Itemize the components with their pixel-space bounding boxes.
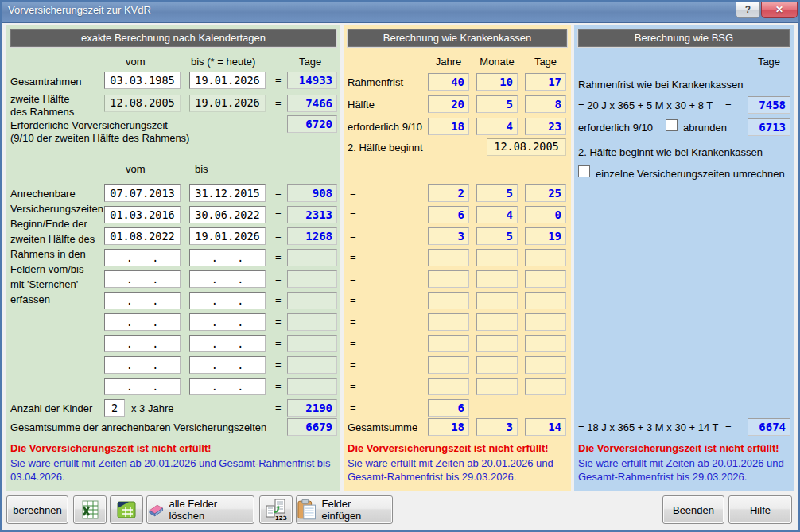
period-jahre [428, 378, 469, 395]
period-monate [476, 292, 518, 309]
period-vom-input[interactable] [104, 335, 181, 352]
period-vom-input[interactable] [104, 270, 181, 288]
period-bis-input[interactable] [189, 270, 266, 288]
status-not-fulfilled: Die Vorversicherungszeit ist nicht erfül… [348, 441, 549, 455]
kinder-tage-result: 2190 [287, 399, 337, 417]
period-tage-result [287, 356, 337, 374]
open-table-button[interactable] [110, 495, 143, 524]
period-bis-input[interactable] [189, 292, 266, 309]
insert-fields-button[interactable]: Felder einfügen [296, 495, 393, 524]
period-bis-input[interactable] [189, 356, 266, 374]
equals-sign: = [350, 230, 356, 242]
period-monate [476, 378, 518, 395]
col-header-tage: Tage [525, 56, 566, 68]
period-bis-input[interactable] [189, 206, 266, 223]
berechnen-button[interactable]: berechnen [6, 495, 68, 524]
erforderlich-monate: 4 [476, 118, 518, 135]
period-vom-input[interactable] [104, 378, 181, 395]
rahmenfrist-label: Rahmenfrist wie bei Krankenkassen [578, 79, 743, 91]
panel-header-krankenkassen: Berechnung wie Krankenkassen [347, 29, 568, 48]
col-header-bis: bis (* = heute) [191, 56, 255, 68]
renumber-1234-icon: 1234 [265, 499, 287, 521]
title-bar: Vorversicherungszeit zur KVdR [0, 0, 800, 23]
converted-period-row: = [344, 249, 571, 266]
hilfe-button[interactable]: Hilfe [728, 495, 792, 524]
kinder-count-input[interactable] [104, 399, 125, 417]
col2-header-bis: bis [195, 163, 208, 176]
abrunden-checkbox[interactable] [666, 119, 678, 131]
beenden-label: Beenden [673, 504, 714, 516]
period-tage-result [287, 378, 337, 395]
period-tage-result [287, 292, 337, 309]
renumber-fields-button[interactable]: 1234 [259, 495, 293, 524]
rahmenfrist-monate: 10 [476, 73, 518, 91]
formula1-label: = 20 J x 365 + 5 M x 30 + 8 T [578, 99, 713, 112]
period-vom-input[interactable] [104, 292, 181, 309]
period-tage [525, 249, 566, 266]
beginn-label: 2. Hälfte beginnt [348, 142, 423, 154]
period-tage-result [287, 249, 337, 266]
period-vom-input[interactable] [104, 249, 181, 266]
period-monate [476, 335, 518, 352]
close-icon: ✕ [775, 4, 783, 15]
converted-period-row: = [344, 335, 571, 352]
period-bis-input[interactable] [189, 184, 266, 202]
zweite-haelfte-label: zweite Hälfte des Rahmens [10, 93, 74, 118]
gesamtrahmen-bis-input[interactable] [189, 72, 266, 89]
period-bis-input[interactable] [189, 313, 266, 331]
beenden-button[interactable]: Beenden [662, 495, 724, 524]
period-jahre [428, 270, 469, 288]
period-bis-input[interactable] [189, 249, 266, 266]
equals-sign: = [275, 273, 282, 285]
help-button[interactable]: ? [736, 2, 760, 18]
equals-sign: = [275, 359, 282, 371]
exact-calculation-panel: exakte Berechnung nach Kalendertagen vom… [6, 25, 340, 491]
kinder-jahre-result: 6 [428, 399, 469, 417]
erforderlich-label: erforderlich 9/10 [348, 121, 422, 134]
erforderliche-note: (9/10 der zweiten Hälfte des Rahmens) [10, 132, 189, 145]
haelfte-label: Hälfte [348, 99, 375, 111]
period-monate [476, 270, 518, 288]
period-vom-input[interactable] [104, 184, 181, 202]
period-vom-input[interactable] [104, 356, 181, 374]
period-vom-input[interactable] [104, 206, 181, 223]
help-icon: ? [745, 4, 751, 15]
gesamtsumme-result: 6679 [287, 418, 337, 436]
erforderliche-label: Erforderliche Vorversicherungszeit [10, 119, 168, 132]
clear-all-fields-button[interactable]: alle Felder löschen [146, 495, 254, 524]
period-jahre [428, 249, 469, 266]
converted-period-row: = 2 5 25 [344, 184, 571, 202]
period-jahre [428, 292, 469, 309]
export-excel-button[interactable] [73, 495, 107, 524]
window-title: Vorversicherungszeit zur KVdR [8, 4, 151, 16]
period-jahre: 6 [428, 206, 469, 223]
gesamtsumme-monate: 3 [476, 418, 518, 436]
period-tage [525, 378, 566, 395]
equals-sign: = [350, 402, 356, 414]
col-header-monate: Monate [476, 56, 518, 68]
excel-icon [80, 499, 100, 520]
period-vom-input[interactable] [104, 313, 181, 331]
period-bis-input[interactable] [189, 227, 266, 245]
gesamtrahmen-vom-input[interactable] [104, 72, 181, 89]
period-monate: 5 [476, 184, 518, 202]
period-tage [525, 270, 566, 288]
period-jahre: 3 [428, 227, 469, 245]
period-bis-input[interactable] [189, 335, 266, 352]
insurance-period-row: = [6, 335, 340, 352]
hilfe-label: Hilfe [750, 504, 771, 516]
panel-header-bsg: Berechnung wie BSG [577, 29, 790, 48]
period-bis-input[interactable] [189, 378, 266, 395]
equals-sign: = [275, 230, 282, 242]
period-tage [525, 292, 566, 309]
close-button[interactable]: ✕ [761, 2, 798, 18]
krankenkassen-panel: Berechnung wie Krankenkassen Jahre Monat… [344, 25, 571, 491]
period-jahre [428, 313, 469, 331]
gesamtsumme-tage: 14 [525, 418, 566, 436]
status-not-fulfilled: Die Vorversicherungszeit ist nicht erfül… [578, 441, 779, 455]
equals-sign: = [350, 251, 356, 263]
umrechnen-checkbox[interactable] [578, 165, 590, 177]
haelfte-tage: 8 [525, 95, 566, 113]
period-tage [525, 356, 566, 374]
period-vom-input[interactable] [104, 227, 181, 245]
